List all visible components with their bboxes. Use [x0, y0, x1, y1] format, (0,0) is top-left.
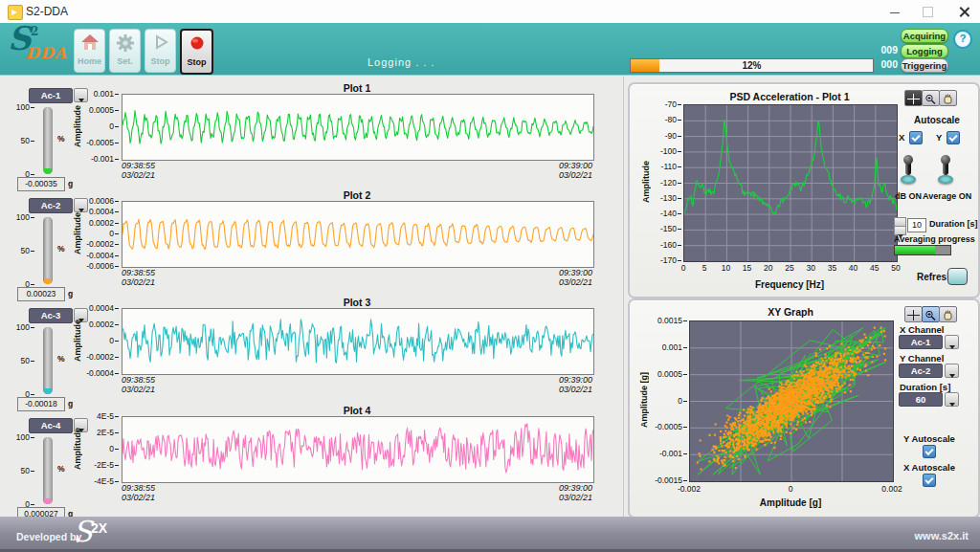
progress-percent: 12% — [631, 60, 873, 71]
y-axis-label: Amplitude — [73, 94, 82, 159]
y-tick-label: -70 — [665, 99, 681, 109]
y-tick-label: 0 — [109, 229, 119, 238]
y-channel-select[interactable]: Ac-2 — [899, 364, 943, 378]
y-tick-label: 0 — [109, 336, 119, 345]
y-tick-label: 0.0002 — [89, 218, 119, 228]
toolbar: S 2 DDA Home Set. Stop Stop — [0, 23, 980, 76]
y-tick-label: -4E-5 — [94, 476, 119, 486]
y-tick-label: -2E-5 — [94, 460, 119, 470]
toggle-knob — [903, 155, 913, 165]
y-autoscale-label: Y — [936, 132, 942, 143]
crosshair-tool-icon[interactable] — [904, 90, 923, 106]
db-toggle-switch[interactable] — [901, 155, 916, 184]
db-on-label: dB ON — [895, 191, 922, 201]
x-tick-label: 5 — [702, 263, 707, 273]
average-on-label: Average ON — [923, 191, 971, 201]
y-tick-label: -120 — [660, 178, 681, 188]
xy-graph[interactable] — [689, 320, 894, 482]
x-tick-label: 10 — [722, 263, 730, 273]
home-icon — [75, 30, 104, 56]
x-autoscale-checkbox[interactable] — [909, 131, 923, 144]
minimize-button[interactable] — [880, 0, 910, 22]
stop-button[interactable]: Stop — [180, 29, 213, 75]
x-end-time: 09:39:00 — [420, 375, 592, 385]
x-tick-label: 0 — [681, 263, 686, 273]
maximize-button[interactable] — [912, 0, 943, 22]
x-tick-label: 0 — [789, 484, 793, 494]
x-tick-label: 35 — [828, 263, 836, 273]
settings-button[interactable]: Set. — [109, 29, 141, 73]
y-tick-label: -0.001 — [91, 154, 119, 164]
duration-spinner — [894, 217, 904, 233]
help-button[interactable]: ? — [953, 30, 972, 49]
s2x-logo: S — [73, 515, 93, 548]
acquiring-indicator[interactable]: Acquiring — [901, 29, 948, 43]
x-channel-dropdown-button[interactable] — [945, 335, 959, 349]
averaging-progress-label: Averaging progress — [894, 234, 975, 244]
plot-1-graph — [122, 94, 594, 161]
xy-title: XY Graph — [689, 306, 892, 318]
refresh-button[interactable] — [947, 268, 968, 285]
y-tick-label: 0.0004 — [89, 207, 119, 216]
start-button[interactable]: Stop — [145, 29, 176, 73]
footer: Developed by S 2X www.s2x.it — [0, 517, 980, 552]
plot-4-y-ticks: 4E-52E-50-2E-5-4E-5 — [84, 416, 119, 481]
x-end-date: 03/02/21 — [420, 170, 592, 180]
x-channel-label: X Channel — [900, 324, 944, 335]
plot-3-y-ticks: 0.00040.00020-0.0002-0.0004 — [84, 308, 119, 373]
y-autoscale-checkbox[interactable] — [947, 131, 960, 144]
triggering-indicator[interactable]: Triggering — [901, 58, 948, 73]
pan-hand-tool-icon[interactable] — [939, 306, 957, 322]
x-start-time: 09:38:55 — [122, 161, 155, 170]
title-bar: S2-DDA — [0, 0, 980, 24]
close-button[interactable] — [948, 0, 979, 22]
plot-title: Plot 3 — [122, 297, 592, 308]
crosshair-tool-icon[interactable] — [904, 306, 923, 322]
x-tick-label: 45 — [870, 263, 879, 273]
logging-indicator[interactable]: Logging — [901, 44, 948, 58]
gear-icon — [110, 30, 140, 56]
y-tick-label: -0.0006 — [86, 261, 119, 271]
pan-hand-tool-icon[interactable] — [939, 90, 957, 106]
xy-duration-select[interactable]: 60 — [899, 392, 943, 407]
x-end-date: 03/02/21 — [420, 385, 592, 394]
y-channel-dropdown-button[interactable] — [945, 364, 959, 378]
zoom-tool-icon[interactable] — [922, 90, 940, 106]
xy-y-autoscale-checkbox[interactable] — [923, 445, 936, 458]
app-icon — [8, 5, 23, 20]
x-end-time: 09:39:00 — [420, 161, 592, 170]
y-tick-label: -0.0004 — [86, 368, 119, 378]
maximize-icon — [923, 7, 933, 17]
start-button-label: Stop — [145, 56, 175, 66]
plot-4-graph — [122, 416, 594, 483]
averaging-progress-fill — [895, 246, 935, 254]
zoom-tool-icon[interactable] — [922, 306, 940, 322]
x-channel-select[interactable]: Ac-1 — [899, 335, 943, 349]
xy-x-autoscale-checkbox[interactable] — [923, 474, 936, 487]
xy-x-autoscale-label: X Autoscale — [903, 462, 955, 473]
plot-2-y-ticks: 0.00060.00040.00020-0.0002-0.0004-0.0006 — [84, 201, 119, 266]
x-start-date: 03/02/21 — [122, 277, 155, 287]
settings-button-label: Set. — [110, 56, 140, 66]
duration-value[interactable]: 10 — [907, 218, 926, 232]
xy-duration-dropdown-button[interactable] — [945, 392, 959, 407]
x-end-time: 09:39:00 — [420, 268, 592, 277]
xy-x-ticks: -0.00200.002 — [689, 484, 892, 494]
average-toggle-switch[interactable] — [938, 155, 953, 184]
plot-3-graph — [122, 308, 594, 375]
psd-graph[interactable] — [683, 104, 898, 262]
y-tick-label: 0 — [109, 444, 119, 453]
app-window: S2-DDA S 2 DDA Home Set. Stop — [0, 0, 980, 552]
y-tick-label: 0.0006 — [89, 196, 119, 206]
home-button[interactable]: Home — [74, 29, 105, 73]
s2x-logo-2x: 2X — [91, 520, 107, 536]
plot-4-block: Plot 4 Amplitude 4E-52E-50-2E-5-4E-5 09:… — [0, 405, 627, 512]
xy-y-autoscale-label: Y Autoscale — [903, 433, 955, 444]
x-end-date: 03/02/21 — [420, 277, 592, 287]
chevron-down-icon — [949, 374, 955, 378]
x-tick-label: -0.002 — [678, 484, 701, 494]
logging-status-text: Logging . . . — [368, 56, 435, 68]
plot-2-block: Plot 2 Amplitude 0.00060.00040.00020-0.0… — [0, 189, 627, 297]
y-tick-label: -150 — [660, 224, 681, 233]
y-tick-label: -0.0002 — [86, 239, 119, 249]
